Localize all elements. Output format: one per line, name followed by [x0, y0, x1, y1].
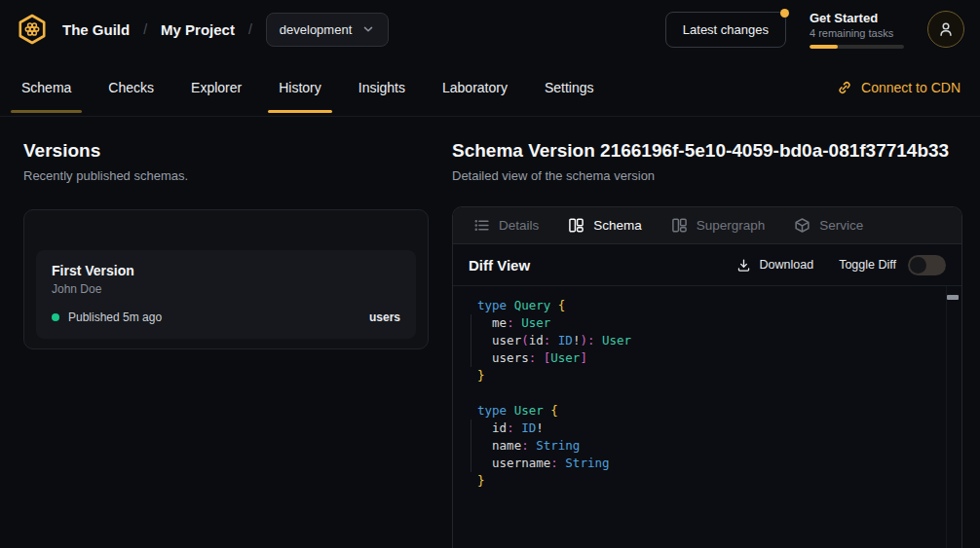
connect-to-cdn-label: Connect to CDN: [861, 80, 961, 95]
version-name: First Version: [52, 263, 400, 278]
detail-tab-details[interactable]: Details: [461, 207, 551, 243]
breadcrumb-org[interactable]: The Guild: [62, 21, 130, 38]
columns-icon: [671, 217, 688, 234]
detail-tab-label: Details: [499, 218, 539, 233]
scrollbar-gutter: [946, 286, 947, 548]
version-author: John Doe: [52, 282, 400, 296]
notification-dot: [780, 9, 789, 18]
get-started-progress-bar: [810, 45, 904, 49]
main-nav: Schema Checks Explorer History Insights …: [0, 58, 980, 117]
download-label: Download: [760, 258, 814, 272]
detail-tab-service[interactable]: Service: [781, 207, 876, 243]
tab-laboratory[interactable]: Laboratory: [440, 58, 509, 116]
detail-tab-schema[interactable]: Schema: [555, 207, 655, 243]
breadcrumb: The Guild / My Project / development: [16, 13, 389, 47]
get-started-title: Get Started: [810, 11, 904, 25]
list-icon: [473, 217, 490, 234]
code-line: [467, 384, 940, 402]
get-started-subtitle: 4 remaining tasks: [810, 27, 904, 39]
code-line: type User {: [467, 402, 940, 420]
versions-subtitle: Recently published schemas.: [23, 168, 429, 183]
get-started-progress-fill: [810, 45, 838, 49]
latest-changes-label: Latest changes: [683, 22, 769, 37]
version-service-badge: users: [369, 311, 400, 324]
cube-icon: [794, 217, 810, 234]
download-icon: [736, 258, 751, 273]
columns-icon: [568, 217, 584, 234]
diff-view-header: Diff View Download: [453, 244, 961, 286]
code-line: type Query {: [467, 297, 940, 314]
version-meta-row: Published 5m ago users: [52, 311, 400, 324]
top-bar: The Guild / My Project / development Lat…: [0, 0, 980, 58]
target-selector-value: development: [280, 22, 352, 37]
tab-explorer[interactable]: Explorer: [189, 58, 244, 116]
published-status-dot: [52, 313, 59, 321]
content: Versions Recently published schemas. Fir…: [0, 117, 980, 548]
download-button[interactable]: Download: [736, 258, 814, 273]
app-root: The Guild / My Project / development Lat…: [0, 0, 980, 548]
top-bar-actions: Latest changes Get Started 4 remaining t…: [665, 11, 964, 49]
link-icon: [837, 80, 852, 95]
version-detail-title: Schema Version 2166196f-5e10-4059-bd0a-0…: [452, 140, 962, 162]
diff-view-title: Diff View: [469, 257, 530, 274]
detail-tab-label: Schema: [593, 218, 642, 233]
toggle-diff-label: Toggle Diff: [839, 258, 896, 272]
breadcrumb-project[interactable]: My Project: [161, 21, 235, 38]
code-line: }: [467, 367, 940, 384]
version-list: First Version John Doe Published 5m ago …: [23, 209, 429, 349]
versions-title: Versions: [23, 140, 429, 162]
tab-insights[interactable]: Insights: [357, 58, 407, 116]
tab-checks[interactable]: Checks: [106, 58, 156, 116]
version-detail-panel: Details Schema: [452, 206, 962, 548]
detail-tab-bar: Details Schema: [453, 207, 961, 244]
version-list-item[interactable]: First Version John Doe Published 5m ago …: [36, 250, 416, 339]
toggle-diff-switch[interactable]: [908, 255, 946, 275]
toggle-diff-knob: [910, 257, 926, 274]
code-line: }: [467, 472, 940, 490]
latest-changes-button[interactable]: Latest changes: [665, 12, 786, 48]
detail-tab-label: Supergraph: [697, 218, 766, 233]
code-line: id: ID!: [467, 420, 940, 437]
get-started-widget[interactable]: Get Started 4 remaining tasks: [810, 11, 904, 49]
hive-logo-icon[interactable]: [16, 13, 49, 46]
chevron-down-icon: [361, 22, 375, 36]
scrollbar-thumb[interactable]: [947, 295, 959, 300]
breadcrumb-separator: /: [248, 21, 252, 37]
diff-view-actions: Download Toggle Diff: [736, 255, 946, 275]
code-line: username: String: [467, 455, 940, 472]
version-detail-subtitle: Detailed view of the schema version: [452, 168, 962, 183]
versions-panel: Versions Recently published schemas. Fir…: [0, 117, 444, 548]
connect-to-cdn-button[interactable]: Connect to CDN: [837, 58, 961, 116]
version-status: Published 5m ago: [68, 311, 162, 324]
code-line: me: User: [467, 314, 940, 332]
user-icon: [937, 20, 955, 38]
schema-code-viewer[interactable]: type Query { me: User user(id: ID!): Use…: [453, 286, 961, 548]
toggle-diff-control: Toggle Diff: [839, 255, 946, 275]
code-lines: type Query { me: User user(id: ID!): Use…: [467, 297, 940, 490]
code-line: name: String: [467, 437, 940, 455]
breadcrumb-separator: /: [143, 21, 147, 37]
target-selector[interactable]: development: [266, 13, 389, 47]
tab-schema[interactable]: Schema: [19, 58, 73, 116]
detail-tab-supergraph[interactable]: Supergraph: [659, 207, 778, 243]
code-line: users: [User]: [467, 349, 940, 367]
version-detail: Schema Version 2166196f-5e10-4059-bd0a-0…: [444, 117, 980, 548]
avatar[interactable]: [927, 11, 964, 48]
code-line: user(id: ID!): User: [467, 332, 940, 349]
tab-history[interactable]: History: [277, 58, 323, 116]
tab-settings[interactable]: Settings: [543, 58, 596, 116]
detail-tab-label: Service: [819, 218, 863, 233]
